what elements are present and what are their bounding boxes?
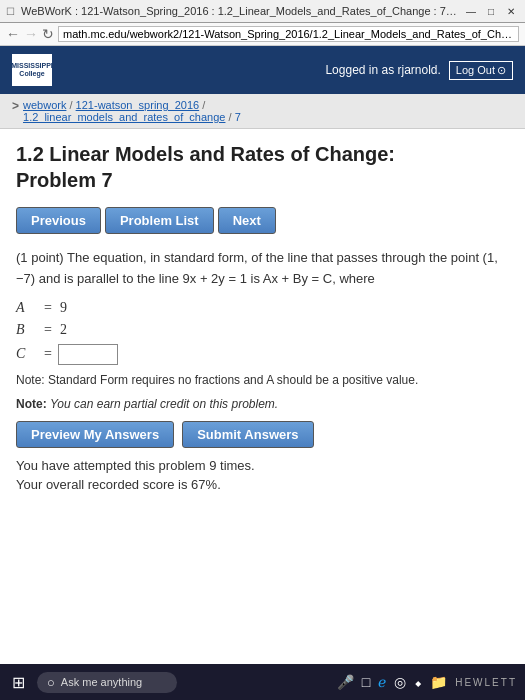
- breadcrumb: > webwork / 121-watson_spring_2016 / 1.2…: [0, 94, 525, 129]
- title-bar: ☐ WeBWorK : 121-Watson_Spring_2016 : 1.2…: [0, 0, 525, 23]
- close-button[interactable]: ✕: [503, 3, 519, 19]
- answer-label-a: A: [16, 300, 44, 316]
- hewlett-label: HEWLETT: [455, 677, 517, 688]
- breadcrumb-section[interactable]: 1.2_linear_models_and_rates_of_change: [23, 111, 225, 123]
- previous-button[interactable]: Previous: [16, 207, 101, 234]
- site-logo: MISSISSIPPI College: [12, 54, 52, 86]
- minimize-button[interactable]: —: [463, 3, 479, 19]
- attempt-line1: You have attempted this problem 9 times.: [16, 458, 509, 473]
- window-controls: — □ ✕: [463, 3, 519, 19]
- problem-text: (1 point) The equation, in standard form…: [16, 248, 509, 290]
- breadcrumb-webwork[interactable]: webwork: [23, 99, 66, 111]
- site-header: MISSISSIPPI College Logged in as rjarnol…: [0, 46, 525, 94]
- start-button[interactable]: ⊞: [8, 669, 29, 696]
- attempt-line2: Your overall recorded score is 67%.: [16, 477, 509, 492]
- taskbar-search-area[interactable]: ○ Ask me anything: [37, 672, 177, 693]
- main-content: 1.2 Linear Models and Rates of Change: P…: [0, 129, 525, 664]
- tab-icon: ☐: [6, 6, 15, 17]
- navigation-buttons: Previous Problem List Next: [16, 207, 509, 234]
- note2-italic: You can earn partial credit on this prob…: [50, 397, 278, 411]
- taskbar-system-icons: 🎤 □ ℯ ◎ ⬥ 📁: [337, 674, 447, 690]
- answer-row-c: C =: [16, 344, 509, 365]
- answer-eq-a: =: [44, 300, 52, 316]
- note2-bold: Note:: [16, 397, 47, 411]
- edge-icon[interactable]: ℯ: [378, 674, 386, 690]
- address-input[interactable]: math.mc.edu/webwork2/121-Watson_Spring_2…: [58, 26, 519, 42]
- window-icon[interactable]: □: [362, 674, 370, 690]
- submit-answers-button[interactable]: Submit Answers: [182, 421, 313, 448]
- refresh-icon[interactable]: ↻: [42, 26, 54, 42]
- breadcrumb-problem-num: 7: [235, 111, 241, 123]
- answer-eq-b: =: [44, 322, 52, 338]
- search-text: Ask me anything: [61, 676, 142, 688]
- problem-list-button[interactable]: Problem List: [105, 207, 214, 234]
- taskbar: ⊞ ○ Ask me anything 🎤 □ ℯ ◎ ⬥ 📁 HEWLETT: [0, 664, 525, 700]
- breadcrumb-items: webwork / 121-watson_spring_2016 / 1.2_l…: [23, 99, 241, 123]
- folder-icon[interactable]: 📁: [430, 674, 447, 690]
- breadcrumb-arrow: >: [12, 99, 19, 113]
- answer-row-a: A = 9: [16, 300, 509, 316]
- breadcrumb-course[interactable]: 121-watson_spring_2016: [76, 99, 200, 111]
- microphone-icon[interactable]: 🎤: [337, 674, 354, 690]
- login-area: Logged in as rjarnold. Log Out ⊙: [325, 61, 513, 80]
- preview-answers-button[interactable]: Preview My Answers: [16, 421, 174, 448]
- browser-content: MISSISSIPPI College Logged in as rjarnol…: [0, 46, 525, 664]
- more-icon[interactable]: ⬥: [414, 674, 422, 690]
- login-text: Logged in as rjarnold.: [325, 63, 440, 77]
- maximize-button[interactable]: □: [483, 3, 499, 19]
- answer-value-b: 2: [60, 322, 67, 338]
- answer-eq-c: =: [44, 346, 52, 362]
- search-circle-icon: ○: [47, 675, 55, 690]
- answer-label-c: C: [16, 346, 44, 362]
- note-standard-form: Note: Standard Form requires no fraction…: [16, 373, 509, 387]
- back-icon[interactable]: ←: [6, 26, 20, 42]
- page-title: 1.2 Linear Models and Rates of Change: P…: [16, 141, 509, 193]
- logout-button[interactable]: Log Out ⊙: [449, 61, 513, 80]
- chrome-icon[interactable]: ◎: [394, 674, 406, 690]
- next-button[interactable]: Next: [218, 207, 276, 234]
- logout-icon: ⊙: [497, 64, 506, 77]
- forward-icon[interactable]: →: [24, 26, 38, 42]
- answer-label-b: B: [16, 322, 44, 338]
- answer-input-c[interactable]: [58, 344, 118, 365]
- tab-title: WeBWorK : 121-Watson_Spring_2016 : 1.2_L…: [21, 5, 457, 17]
- submit-area: Preview My Answers Submit Answers: [16, 421, 509, 448]
- address-bar: ← → ↻ math.mc.edu/webwork2/121-Watson_Sp…: [0, 23, 525, 46]
- logo-image: MISSISSIPPI College: [12, 54, 52, 86]
- answer-value-a: 9: [60, 300, 67, 316]
- answer-row-b: B = 2: [16, 322, 509, 338]
- note-partial-credit: Note: You can earn partial credit on thi…: [16, 397, 509, 411]
